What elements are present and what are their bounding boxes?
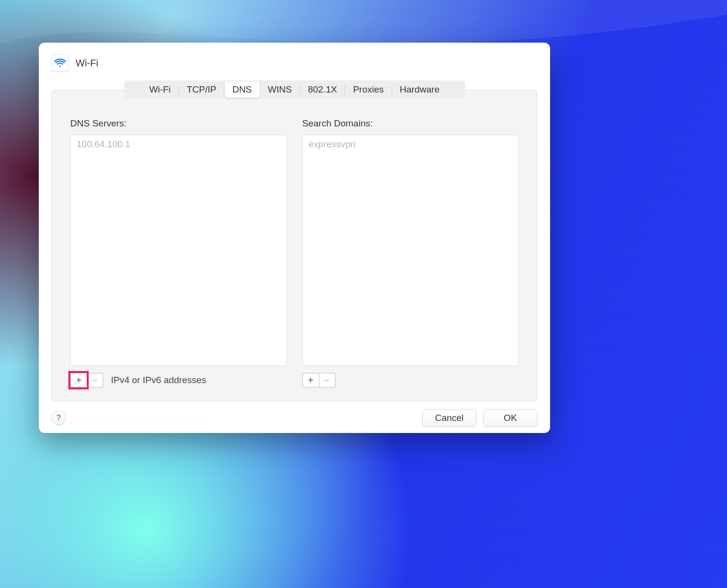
remove-search-domain-button[interactable]: − [319,373,335,387]
add-search-domain-button[interactable]: + [302,373,319,387]
dns-servers-column: DNS Servers: 100.64.100.1 + − IPv4 or IP… [70,118,287,387]
search-domains-list[interactable]: expressvpn [302,135,519,366]
wifi-icon [51,54,69,72]
remove-dns-button[interactable]: − [87,373,103,387]
tab-tcpip[interactable]: TCP/IP [179,81,224,98]
search-domains-add-remove-stepper: + − [302,373,335,387]
dns-add-remove-stepper: + − [70,373,103,387]
dns-panel: DNS Servers: 100.64.100.1 + − IPv4 or IP… [51,90,537,402]
network-advanced-window: Wi-Fi Wi-Fi TCP/IP DNS WINS 802.1X Proxi… [39,43,550,433]
dns-server-entry[interactable]: 100.64.100.1 [77,139,281,150]
dns-servers-label: DNS Servers: [70,118,287,129]
search-domain-entry[interactable]: expressvpn [309,139,513,150]
ok-button[interactable]: OK [483,409,537,427]
tab-dns[interactable]: DNS [224,81,259,98]
tab-8021x[interactable]: 802.1X [300,81,345,98]
add-dns-button[interactable]: + [70,373,87,387]
window-title: Wi-Fi [76,58,98,69]
tab-bar: Wi-Fi TCP/IP DNS WINS 802.1X Proxies Har… [124,80,465,99]
tab-wifi[interactable]: Wi-Fi [142,81,178,98]
help-button[interactable]: ? [51,411,66,425]
search-domains-label: Search Domains: [302,118,519,129]
footer-buttons: Cancel OK [422,409,537,427]
tab-proxies[interactable]: Proxies [345,81,391,98]
cancel-button[interactable]: Cancel [422,409,476,427]
tab-wins[interactable]: WINS [260,81,300,98]
search-domains-column: Search Domains: expressvpn + − [302,118,519,387]
dns-controls-row: + − IPv4 or IPv6 addresses [70,373,287,387]
dns-hint: IPv4 or IPv6 addresses [111,375,206,386]
window-title-row: Wi-Fi [51,54,537,72]
search-domains-controls-row: + − [302,373,519,387]
window-footer: ? Cancel OK [51,409,537,427]
dns-servers-list[interactable]: 100.64.100.1 [70,135,287,366]
tab-hardware[interactable]: Hardware [392,81,447,98]
